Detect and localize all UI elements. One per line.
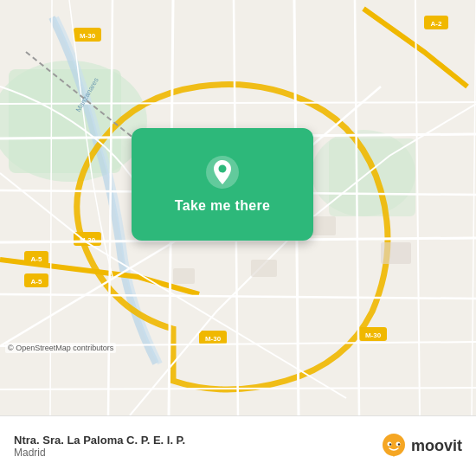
svg-rect-4 (329, 138, 415, 216)
svg-text:M-30: M-30 (205, 335, 222, 343)
svg-point-42 (219, 165, 227, 173)
place-name: Ntra. Sra. La Paloma C. P. E. I. P. (14, 434, 185, 447)
svg-point-47 (398, 443, 400, 445)
svg-text:M-30: M-30 (365, 331, 382, 339)
moovit-logo: moovit (380, 433, 462, 460)
action-card[interactable]: Take me there (132, 128, 313, 241)
svg-rect-39 (381, 242, 411, 264)
map-container: M-30 M-30 M-30 A-2 A-5 A-5 M-30 (0, 0, 476, 415)
svg-text:A-5: A-5 (31, 278, 42, 286)
bottom-bar: Ntra. Sra. La Paloma C. P. E. I. P. Madr… (0, 415, 476, 476)
location-pin-icon (205, 155, 240, 190)
map-attribution: © OpenStreetMap contributors (5, 343, 116, 353)
city-name: Madrid (14, 447, 185, 459)
moovit-icon (380, 433, 408, 460)
svg-rect-36 (312, 216, 336, 235)
svg-rect-37 (173, 268, 195, 284)
svg-point-46 (389, 443, 391, 445)
svg-rect-38 (251, 260, 277, 277)
moovit-label: moovit (411, 437, 462, 455)
svg-text:A-2: A-2 (431, 20, 442, 28)
take-me-there-button[interactable]: Take me there (175, 198, 270, 214)
svg-text:M-30: M-30 (80, 32, 96, 40)
place-info: Ntra. Sra. La Paloma C. P. E. I. P. Madr… (14, 434, 185, 459)
svg-text:A-5: A-5 (31, 255, 42, 263)
